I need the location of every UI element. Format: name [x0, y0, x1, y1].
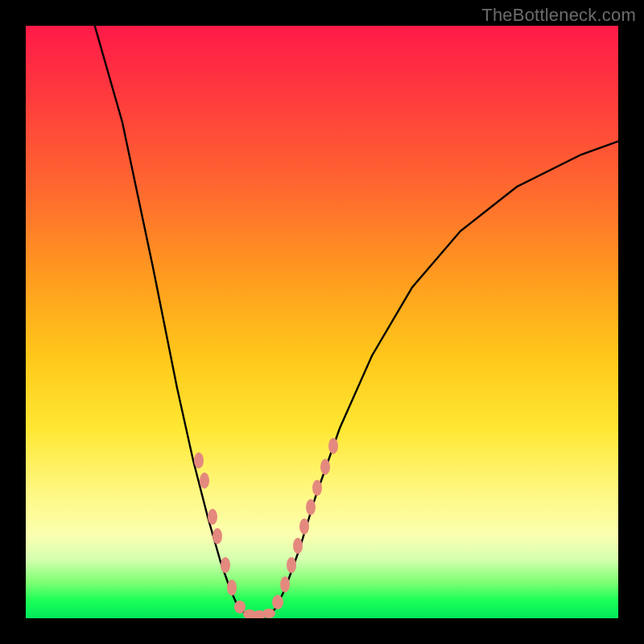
- curve-marker: [328, 438, 338, 454]
- curve-marker: [262, 609, 275, 618]
- curve-path: [90, 26, 618, 617]
- plot-area: [26, 26, 618, 618]
- curve-marker: [280, 576, 290, 592]
- curve-marker: [234, 601, 246, 613]
- curve-marker: [287, 557, 296, 573]
- watermark-text: TheBottleneck.com: [481, 5, 636, 26]
- curve-marker: [272, 595, 283, 609]
- curve-marker: [320, 459, 330, 475]
- curve-marker: [299, 518, 309, 535]
- curve-markers: [194, 438, 338, 618]
- curve-marker: [194, 452, 204, 469]
- curve-marker: [208, 509, 217, 525]
- curve-marker: [293, 538, 303, 554]
- curve-marker: [312, 480, 322, 496]
- chart-frame: TheBottleneck.com: [0, 0, 644, 644]
- curve-marker: [221, 557, 230, 573]
- curve-marker: [306, 499, 316, 515]
- curve-marker: [213, 528, 222, 544]
- bottleneck-curve: [26, 26, 618, 618]
- curve-marker: [227, 580, 237, 596]
- curve-marker: [200, 473, 209, 489]
